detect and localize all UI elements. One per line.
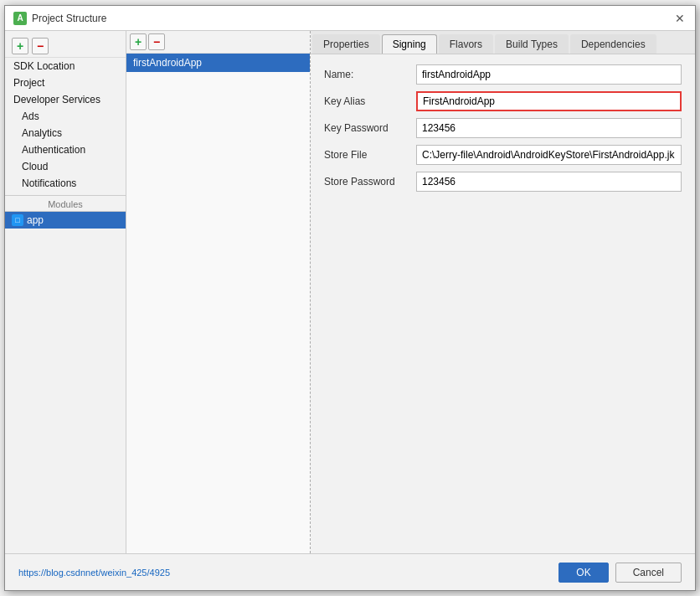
module-item-first-android-app[interactable]: firstAndroidApp: [126, 54, 310, 72]
sidebar-item-ads[interactable]: Ads: [5, 108, 126, 125]
sidebar-item-notifications[interactable]: Notifications: [5, 175, 126, 192]
close-button[interactable]: ✕: [673, 12, 687, 25]
app-icon: A: [13, 12, 27, 25]
dialog-title: Project Structure: [32, 13, 106, 24]
sidebar-item-developer-services[interactable]: Developer Services: [5, 91, 126, 108]
key-alias-label: Key Alias: [324, 95, 416, 107]
right-panel: Properties Signing Flavors Build Types D…: [311, 31, 695, 553]
store-file-input[interactable]: [416, 145, 682, 165]
tab-flavors[interactable]: Flavors: [439, 34, 493, 54]
sidebar-item-cloud[interactable]: Cloud: [5, 158, 126, 175]
sidebar-item-project[interactable]: Project: [5, 74, 126, 91]
left-toolbar: + −: [5, 34, 126, 58]
store-file-label: Store File: [324, 149, 416, 161]
tab-dependencies[interactable]: Dependencies: [570, 34, 656, 54]
remove-button[interactable]: −: [32, 38, 49, 54]
modules-header: Modules: [5, 195, 126, 212]
sidebar-item-sdk-location[interactable]: SDK Location: [5, 58, 126, 74]
name-input[interactable]: [416, 64, 682, 85]
store-file-row: Store File: [324, 145, 682, 165]
footer: https://blog.csdnnet/weixin_425/4925 OK …: [5, 553, 695, 590]
middle-panel: + − firstAndroidApp: [126, 31, 311, 553]
key-password-row: Key Password: [324, 118, 682, 138]
middle-toolbar: + −: [126, 31, 310, 54]
title-bar: A Project Structure ✕: [5, 6, 695, 31]
cancel-button[interactable]: Cancel: [615, 563, 682, 583]
app-module-icon: □: [12, 214, 23, 226]
middle-add-button[interactable]: +: [130, 33, 147, 50]
project-structure-dialog: A Project Structure ✕ + − SDK Location P…: [4, 5, 696, 591]
app-item-label: app: [27, 214, 44, 226]
key-password-input[interactable]: [416, 118, 682, 138]
footer-link[interactable]: https://blog.csdnnet/weixin_425/4925: [18, 568, 170, 578]
store-password-label: Store Password: [324, 176, 416, 188]
main-content: + − SDK Location Project Developer Servi…: [5, 31, 695, 553]
footer-buttons: OK Cancel: [558, 563, 682, 583]
key-alias-row: Key Alias: [324, 91, 682, 111]
add-button[interactable]: +: [12, 38, 28, 54]
ok-button[interactable]: OK: [558, 563, 608, 583]
tab-build-types[interactable]: Build Types: [495, 34, 569, 54]
name-label: Name:: [324, 69, 416, 80]
sidebar-item-authentication[interactable]: Authentication: [5, 141, 126, 158]
tabs-bar: Properties Signing Flavors Build Types D…: [311, 31, 695, 54]
name-row: Name:: [324, 64, 682, 85]
tab-signing[interactable]: Signing: [382, 34, 437, 54]
tab-properties[interactable]: Properties: [312, 34, 380, 54]
key-password-label: Key Password: [324, 122, 416, 134]
key-alias-input[interactable]: [416, 91, 682, 111]
store-password-row: Store Password: [324, 172, 682, 192]
middle-remove-button[interactable]: −: [148, 33, 165, 50]
store-password-input[interactable]: [416, 172, 682, 192]
form-area: Name: Key Alias Key Password Store File: [311, 54, 695, 553]
sidebar-item-app[interactable]: □ app: [5, 212, 126, 229]
sidebar-item-analytics[interactable]: Analytics: [5, 125, 126, 141]
title-bar-left: A Project Structure: [13, 12, 106, 25]
left-panel: + − SDK Location Project Developer Servi…: [5, 31, 126, 553]
